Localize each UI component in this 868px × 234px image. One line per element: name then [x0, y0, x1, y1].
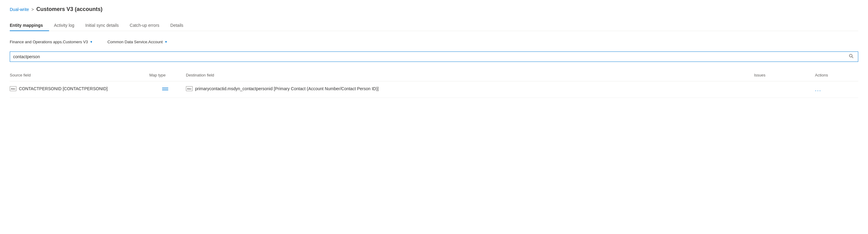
search-button[interactable]	[847, 54, 855, 60]
source-field-text: CONTACTPERSONID [CONTACTPERSONID]	[19, 86, 107, 91]
dest-filter-label: Common Data Service.Account ▼	[107, 40, 167, 44]
header-destination-field: Destination field	[184, 72, 751, 78]
breadcrumb-parent[interactable]: Dual-write	[10, 7, 29, 12]
filter-row: Finance and Operations apps.Customers V3…	[10, 40, 858, 44]
dest-filter-icon[interactable]: ▼	[164, 40, 167, 43]
breadcrumb-separator: >	[31, 7, 34, 12]
dest-type-icon: Abc	[186, 86, 193, 91]
dest-filter-text: Common Data Service.Account	[107, 40, 162, 44]
source-filter-label: Finance and Operations apps.Customers V3…	[10, 40, 93, 44]
page-container: Dual-write > Customers V3 (accounts) Ent…	[0, 0, 868, 104]
tab-catch-up-errors[interactable]: Catch-up errors	[129, 20, 165, 31]
tab-details[interactable]: Details	[169, 20, 190, 31]
tabs-container: Entity mappings Activity log Initial syn…	[10, 20, 858, 31]
breadcrumb: Dual-write > Customers V3 (accounts)	[10, 6, 858, 12]
header-actions: Actions	[812, 72, 858, 78]
header-map-type: Map type	[147, 72, 184, 78]
source-filter-icon[interactable]: ▼	[90, 40, 93, 43]
map-type-icon	[149, 86, 181, 91]
header-source-field: Source field	[10, 72, 147, 78]
header-issues: Issues	[751, 72, 812, 78]
dest-field-content: Abc primarycontactid.msdyn_contactperson…	[186, 86, 749, 91]
source-filter-text: Finance and Operations apps.Customers V3	[10, 40, 88, 44]
source-field-cell: Abc CONTACTPERSONID [CONTACTPERSONID]	[10, 85, 147, 92]
table-row: Abc CONTACTPERSONID [CONTACTPERSONID] Ab…	[10, 81, 858, 98]
source-type-icon: Abc	[10, 86, 17, 91]
issues-cell	[751, 85, 812, 88]
map-type-cell	[147, 85, 184, 92]
actions-menu-button[interactable]: ...	[815, 86, 822, 92]
table-header: Source field Map type Destination field …	[10, 69, 858, 81]
tab-entity-mappings[interactable]: Entity mappings	[10, 20, 49, 31]
breadcrumb-current: Customers V3 (accounts)	[36, 6, 102, 12]
search-container	[10, 52, 858, 62]
dest-field-text: primarycontactid.msdyn_contactpersonid […	[195, 86, 378, 91]
search-input[interactable]	[13, 54, 847, 59]
dest-field-cell: Abc primarycontactid.msdyn_contactperson…	[184, 85, 751, 92]
table-container: Source field Map type Destination field …	[10, 69, 858, 98]
tab-initial-sync[interactable]: Initial sync details	[84, 20, 125, 31]
tab-activity-log[interactable]: Activity log	[53, 20, 81, 31]
svg-line-1	[852, 57, 853, 58]
actions-cell: ...	[812, 85, 858, 94]
source-field-content: Abc CONTACTPERSONID [CONTACTPERSONID]	[10, 86, 145, 91]
